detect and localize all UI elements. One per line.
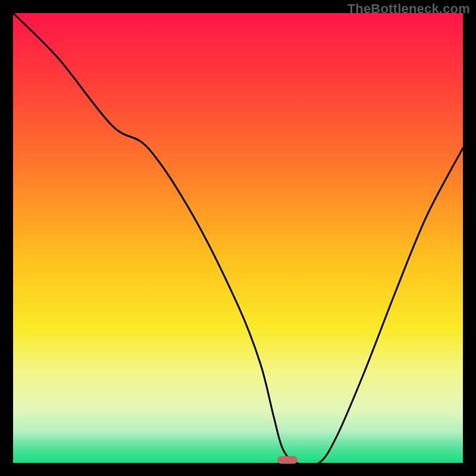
chart-frame: TheBottleneck.com (0, 0, 476, 476)
bottleneck-chart (13, 13, 463, 463)
optimal-zone-marker (277, 456, 298, 464)
gradient-background (13, 13, 463, 463)
